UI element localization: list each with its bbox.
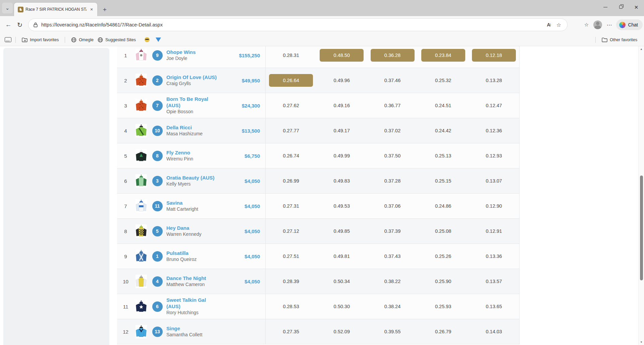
tab-close-icon[interactable]: ✕ xyxy=(89,6,95,12)
sectional-time-highlight: 0.12.18 xyxy=(472,49,516,62)
sectional-time: 0.13.28 xyxy=(469,68,519,93)
address-bar[interactable]: https://loveracing.nz/RaceInfo/54861/7/R… xyxy=(28,18,568,31)
finish-position: 10 xyxy=(117,279,134,284)
sectional-time: 0.37.02 xyxy=(367,118,418,143)
finish-position: 4 xyxy=(117,128,134,134)
horse-name-link[interactable]: Savina xyxy=(166,200,182,206)
badge-cell: 13 xyxy=(148,327,166,337)
race-result-row: 85Hey DanaWarren Kennedy$4,0500.27.120.4… xyxy=(117,219,519,244)
sectional-times: 0.27.620.49.160.36.770.24.510.12.47 xyxy=(266,93,519,118)
favorite-star-button[interactable]: ☆ xyxy=(554,20,564,30)
silks-cell xyxy=(134,99,148,112)
scrollbar-thumb[interactable] xyxy=(640,176,643,280)
read-aloud-button[interactable]: A) xyxy=(544,20,554,30)
new-tab-button[interactable]: ＋ xyxy=(100,5,109,14)
jockey-name: Craig Grylls xyxy=(166,81,221,87)
collections-icon[interactable] xyxy=(5,37,11,42)
name-cell: SingeSamantha Collett xyxy=(166,325,221,338)
name-cell: Della RicciMasa Hashizume xyxy=(166,124,221,137)
race-result-row: 22Origin Of Love (AUS)Craig Grylls$49,95… xyxy=(117,68,519,93)
horse-name-link[interactable]: Hey Dana xyxy=(166,225,189,231)
favorite-suggested-sites[interactable]: Suggested Sites xyxy=(96,36,138,44)
jockey-name: Samantha Collett xyxy=(166,332,221,338)
import-favorites-label: Import favorites xyxy=(30,38,59,42)
profile-avatar[interactable] xyxy=(593,20,602,29)
sectional-time: 0.36.77 xyxy=(367,93,418,118)
divider xyxy=(15,37,16,43)
vertical-scrollbar[interactable]: ▲ ▼ xyxy=(638,46,644,345)
horse-name-link[interactable]: Fly Zenno xyxy=(166,150,190,156)
window-restore-button[interactable] xyxy=(613,0,629,14)
url-text[interactable]: https://loveracing.nz/RaceInfo/54861/7/R… xyxy=(41,22,544,27)
jockey-silks-icon xyxy=(136,49,147,62)
name-cell: Fly ZennoWiremu Pinn xyxy=(166,149,221,162)
sectional-time: 0.26.99 xyxy=(266,168,316,193)
horse-number-badge: 9 xyxy=(152,50,163,61)
favorite-site-shortcut[interactable] xyxy=(154,36,163,43)
horse-name-link[interactable]: Origin Of Love (AUS) xyxy=(166,74,217,81)
sectional-time: 0.24.42 xyxy=(418,118,469,143)
horse-name-link[interactable]: Della Ricci xyxy=(166,125,192,131)
finish-position: 11 xyxy=(117,304,134,309)
sectional-times: 0.28.530.50.300.38.240.25.930.13.65 xyxy=(266,294,519,319)
race-result-row: 711SavinaMatt Cartwright$4,0500.27.310.4… xyxy=(117,194,519,219)
name-cell: Sweet Talkin Gal (AUS)Rory Hutchings xyxy=(166,297,221,316)
sectional-time: 0.26.64 xyxy=(266,68,316,93)
finish-position: 7 xyxy=(117,203,134,209)
race-result-row: 104Dance The NightMatthew Cameron$4,0500… xyxy=(117,269,519,294)
tab-race-detail[interactable]: ♞ Race 7 SIR PATRICK HOGAN STAKE ✕ xyxy=(14,3,97,16)
window-close-button[interactable]: ✕ xyxy=(629,0,644,14)
horse-name-link[interactable]: Born To Be Royal (AUS) xyxy=(166,96,221,109)
jockey-name: Masa Hashizume xyxy=(166,131,221,137)
horse-number-badge: 2 xyxy=(152,75,163,86)
sectional-time: 0.49.53 xyxy=(316,194,367,218)
sectional-time: 0.12.93 xyxy=(469,143,519,168)
horse-name-link[interactable]: Ohope Wins xyxy=(166,49,196,56)
favorites-hub-button[interactable]: ☆ xyxy=(581,20,591,30)
horse-name-link[interactable]: Singe xyxy=(166,326,180,332)
silks-cell xyxy=(134,199,148,213)
refresh-button[interactable]: ↻ xyxy=(14,19,25,30)
copilot-chat-button[interactable]: Chat xyxy=(616,19,643,30)
badge-cell: 8 xyxy=(148,151,166,161)
scroll-up-icon[interactable]: ▲ xyxy=(639,48,644,51)
sectional-time-highlight: 0.36.28 xyxy=(371,49,415,62)
jockey-name: Matt Cartwright xyxy=(166,206,221,212)
horse-name-link[interactable]: Pulsatilla xyxy=(166,250,189,257)
sectional-time: 0.28.31 xyxy=(266,46,316,68)
tab-strip: ⌄ ♞ Race 7 SIR PATRICK HOGAN STAKE ✕ ＋ ✕ xyxy=(0,0,644,16)
horse-number-badge: 3 xyxy=(152,176,163,186)
sectional-time-highlight: 0.26.64 xyxy=(269,74,313,87)
prize-money: $4,050 xyxy=(221,178,265,184)
settings-menu-button[interactable]: ⋯ xyxy=(604,20,614,30)
other-favorites-button[interactable]: Other favorites xyxy=(600,36,639,44)
horse-name-link[interactable]: Oratia Beauty (AUS) xyxy=(166,175,214,181)
scroll-down-icon[interactable]: ▼ xyxy=(639,341,644,344)
back-button[interactable]: ← xyxy=(3,19,14,30)
tab-search-button[interactable]: ⌄ xyxy=(2,3,13,13)
divider xyxy=(595,37,596,43)
finish-position: 6 xyxy=(117,178,134,184)
favorite-site-shortcut[interactable] xyxy=(143,36,152,44)
race-result-row: 58Fly ZennoWiremu Pinn$6,7500.26.740.49.… xyxy=(117,143,519,168)
sectional-times: 0.26.640.49.960.37.460.25.320.13.28 xyxy=(266,68,519,93)
jockey-name: Rory Hutchings xyxy=(166,310,221,316)
sectional-time: 0.49.96 xyxy=(316,68,367,93)
import-favorites-button[interactable]: Import favorites xyxy=(20,36,61,44)
sectional-time: 0.27.51 xyxy=(266,244,316,269)
horse-name-link[interactable]: Sweet Talkin Gal (AUS) xyxy=(166,297,221,310)
sectional-time: 0.50.30 xyxy=(316,294,367,319)
horse-number-badge: 10 xyxy=(152,126,163,136)
race-result-row: 410Della RicciMasa Hashizume$13,5000.27.… xyxy=(117,118,519,143)
window-minimize-button[interactable] xyxy=(598,0,613,14)
emoji-favicon-icon xyxy=(145,37,150,42)
horse-name-link[interactable]: Dance The Night xyxy=(166,275,206,282)
silks-cell xyxy=(134,224,148,238)
toolbar-right: ☆ ⋯ Chat xyxy=(581,18,643,31)
jockey-silks-icon xyxy=(136,275,147,288)
favorite-omegle[interactable]: Omegle xyxy=(69,36,96,44)
sectional-times: 0.27.510.49.810.37.430.25.260.13.36 xyxy=(266,244,519,269)
favorite-label: Suggested Sites xyxy=(105,38,136,42)
prize-money: $4,050 xyxy=(221,228,265,234)
name-cell: Dance The NightMatthew Cameron xyxy=(166,275,221,288)
